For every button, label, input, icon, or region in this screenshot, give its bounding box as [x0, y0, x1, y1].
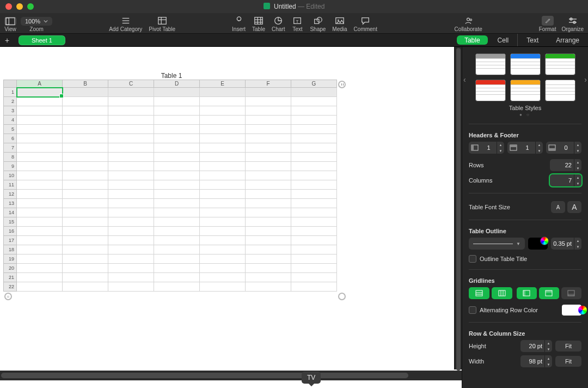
gridlines-header-row[interactable] [539, 287, 559, 299]
outline-title-checkbox[interactable] [469, 255, 476, 263]
header-rows-icon [507, 144, 519, 151]
add-row-handle[interactable]: = [4, 293, 12, 300]
svg-point-22 [470, 19, 471, 21]
row-height-fit-button[interactable]: Fit [555, 341, 581, 351]
table-style-thumb[interactable] [475, 80, 506, 101]
pivot-table-button[interactable]: Pivot Table [149, 16, 175, 32]
gridlines-body-h[interactable] [469, 287, 489, 299]
header-rows-stepper[interactable]: 1 ▲▼ [507, 142, 543, 154]
tooltip: TV [302, 372, 321, 384]
tab-table[interactable]: Table [457, 35, 488, 45]
tab-arrange[interactable]: Arrange [547, 34, 588, 46]
color-picker-icon[interactable] [578, 306, 587, 314]
svg-rect-32 [549, 148, 555, 150]
gridlines-header-col[interactable] [517, 287, 537, 299]
rows-label: Rows [469, 162, 547, 168]
chart-button[interactable]: Chart [272, 16, 285, 32]
svg-text:T: T [296, 19, 299, 24]
document-icon [264, 3, 270, 9]
minimize-window-button[interactable] [16, 3, 23, 10]
format-button[interactable]: Format [539, 16, 556, 32]
rows-field[interactable]: ▲▼ [550, 159, 581, 171]
header-columns-icon [469, 144, 481, 151]
column-width-field[interactable]: ▲▼ [520, 355, 552, 367]
gridlines-label: Gridlines [469, 277, 581, 284]
svg-rect-30 [510, 145, 517, 147]
close-window-button[interactable] [5, 3, 12, 10]
zoom-select[interactable]: 100% Zoom [21, 17, 52, 32]
tab-cell[interactable]: Cell [489, 34, 518, 46]
sheet-tab[interactable]: Sheet 1 [19, 35, 65, 45]
vertical-scrollbar[interactable] [454, 47, 462, 369]
media-button[interactable]: Media [332, 16, 347, 32]
horizontal-scrollbar[interactable] [0, 371, 462, 380]
color-picker-icon[interactable] [540, 237, 549, 245]
collaborate-button[interactable]: Collaborate [455, 16, 482, 32]
row-height-field[interactable]: ▲▼ [520, 340, 552, 352]
table-style-thumb[interactable] [545, 53, 575, 75]
column-width-label: Width [469, 358, 517, 365]
table-button[interactable]: Table [252, 16, 265, 32]
table-resize-handle[interactable] [338, 293, 346, 300]
styles-next[interactable]: › [584, 75, 587, 84]
text-button[interactable]: TText [291, 16, 303, 32]
add-column-handle[interactable] [338, 81, 346, 88]
headers-footer-label: Headers & Footer [469, 132, 581, 138]
document-status: Edited [306, 3, 324, 10]
table-styles-label: Table Styles [469, 105, 581, 111]
toolbar: View 100% Zoom Add Category Pivot Table … [0, 13, 588, 34]
font-size-decrease[interactable]: A [551, 201, 565, 213]
svg-point-21 [467, 18, 470, 21]
alternating-row-label: Alternating Row Color [480, 307, 538, 313]
styles-prev[interactable]: ‹ [463, 75, 466, 84]
table-style-thumb[interactable] [545, 80, 575, 101]
svg-point-20 [338, 20, 339, 21]
outline-color-swatch[interactable] [528, 238, 548, 250]
insert-button[interactable]: Insert [232, 16, 246, 32]
document-title: Untitled [274, 3, 296, 10]
alternating-row-color-swatch[interactable] [562, 305, 581, 316]
table-grid[interactable]: ABCDEFG123456789101112131415161718192021… [3, 80, 337, 292]
table-style-thumb[interactable] [510, 80, 541, 101]
comment-button[interactable]: Comment [354, 16, 377, 32]
table-outline-label: Table Outline [469, 228, 581, 234]
alternating-row-checkbox[interactable] [469, 306, 476, 314]
gridlines-body-v[interactable] [492, 287, 512, 299]
font-size-increase[interactable]: A [567, 201, 581, 213]
add-category-button[interactable]: Add Category [109, 16, 142, 32]
sheetbar: + Sheet 1 Table Cell Text Arrange [0, 34, 588, 47]
tab-text[interactable]: Text [518, 34, 547, 46]
footer-rows-stepper[interactable]: 0 ▲▼ [546, 142, 581, 154]
svg-rect-33 [476, 290, 482, 296]
footer-rows-icon [546, 144, 558, 151]
svg-rect-36 [499, 290, 505, 296]
svg-rect-5 [158, 17, 166, 25]
outline-title-label: Outline Table Title [480, 256, 527, 262]
row-height-label: Height [469, 343, 517, 349]
add-sheet-button[interactable]: + [0, 35, 14, 46]
view-button[interactable]: View [4, 17, 16, 32]
svg-rect-28 [471, 145, 474, 150]
svg-rect-9 [255, 17, 262, 25]
fullscreen-window-button[interactable] [27, 3, 34, 10]
outline-width-field[interactable]: ▲▼ [551, 238, 581, 250]
row-column-size-label: Row & Column Size [469, 330, 581, 337]
format-inspector: ‹ › Table Styles ● ○ Headers & Footer 1 … [462, 47, 588, 388]
gridlines-footer-row[interactable] [561, 287, 581, 299]
inspector-tabs: Table Cell Text Arrange [456, 34, 588, 46]
header-columns-stepper[interactable]: 1 ▲▼ [469, 142, 504, 154]
column-width-fit-button[interactable]: Fit [555, 356, 581, 367]
svg-rect-1 [6, 18, 15, 25]
organize-button[interactable]: Organize [561, 16, 584, 32]
svg-rect-0 [6, 18, 9, 25]
table-style-thumb[interactable] [510, 53, 541, 75]
columns-field[interactable]: ▲▼ [550, 174, 581, 186]
spreadsheet-canvas[interactable]: Table 1 ABCDEFG1234567891011121314151617… [0, 47, 462, 388]
table-title[interactable]: Table 1 [3, 72, 340, 80]
titlebar: Untitled — Edited [0, 0, 588, 13]
shape-button[interactable]: Shape [310, 16, 326, 32]
outline-style-select[interactable]: ▼ [469, 238, 525, 250]
table-style-thumb[interactable] [475, 53, 506, 75]
svg-point-18 [317, 17, 322, 22]
svg-rect-42 [546, 290, 552, 293]
